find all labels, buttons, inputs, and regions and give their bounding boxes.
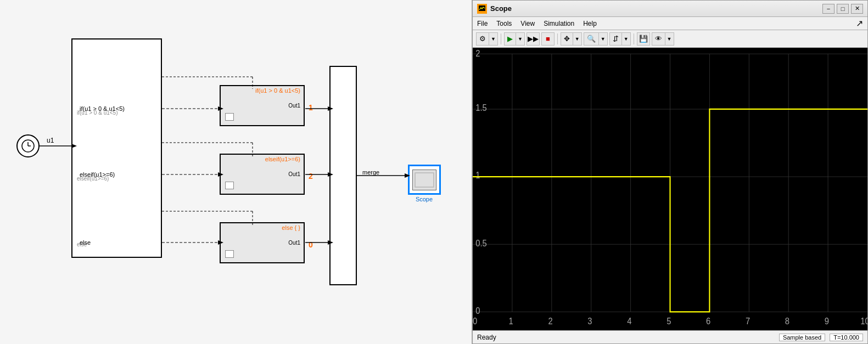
zoom-dropdown[interactable]: 🔍 ▼ <box>584 32 608 46</box>
scope-block[interactable]: Scope <box>406 165 442 203</box>
svg-text:8: 8 <box>785 316 789 325</box>
svg-text:1.5: 1.5 <box>475 103 487 112</box>
step-forward-button[interactable]: ▶▶ <box>527 32 540 46</box>
sub-block-2-out: Out1 <box>221 163 304 178</box>
scope-block-inner <box>408 165 441 195</box>
run-arrow: ▼ <box>516 33 524 45</box>
close-button[interactable]: ✕ <box>851 4 863 14</box>
svg-text:2: 2 <box>475 48 480 58</box>
status-sample-based: Sample based <box>779 334 825 341</box>
clock-block[interactable] <box>16 134 40 157</box>
status-ready: Ready <box>477 334 496 341</box>
svg-text:3: 3 <box>587 316 592 325</box>
inspect-arrow: ▼ <box>665 33 674 45</box>
scope-block-name: Scope <box>416 196 433 202</box>
menu-help[interactable]: Help <box>583 20 597 27</box>
fit-arrow: ▼ <box>622 33 630 45</box>
sub-block-3[interactable]: else { } Out1 <box>220 222 305 263</box>
menu-view[interactable]: View <box>520 20 535 27</box>
run-icon: ▶ <box>505 33 516 45</box>
merge-label: merge <box>362 169 379 176</box>
sub-block-1[interactable]: if(u1 > 0 & u1<5) Out1 <box>220 85 305 126</box>
out-num-1: 1 <box>309 103 313 112</box>
scope-plot-container[interactable]: 0 0.5 1 1.5 2 0 1 2 3 4 5 6 7 8 9 10 <box>473 48 867 330</box>
minimize-button[interactable]: − <box>822 4 835 14</box>
scope-statusbar: Ready Sample based T=10.000 <box>473 330 867 343</box>
svg-text:7: 7 <box>746 316 750 325</box>
sub-block-3-checkbox[interactable] <box>225 250 234 258</box>
scope-title-left: Scope <box>477 4 512 14</box>
if-port-label-1: if(u1 > 0 & u1<5) <box>77 110 118 116</box>
sep2 <box>557 33 558 44</box>
sub-block-2-checkbox[interactable] <box>225 182 234 189</box>
svg-text:1: 1 <box>475 171 480 180</box>
scope-titlebar-controls: − □ ✕ <box>822 4 863 14</box>
stop-button[interactable]: ■ <box>541 32 555 46</box>
cursor-dropdown[interactable]: ✥ ▼ <box>561 32 582 46</box>
settings-arrow: ▼ <box>489 33 497 45</box>
menu-simulation[interactable]: Simulation <box>544 20 574 27</box>
scope-title-icon <box>477 4 487 14</box>
svg-text:5: 5 <box>667 316 671 325</box>
simulink-panel: if(u1 > 0 & u1<5) elseif(u1>=6) else if(… <box>0 0 472 344</box>
inspect-icon: 👁 <box>652 33 665 45</box>
scope-title-text: Scope <box>490 4 512 13</box>
settings-icon: ⚙ <box>477 33 489 45</box>
sub-block-1-title: if(u1 > 0 & u1<5) <box>221 86 304 95</box>
settings-dropdown[interactable]: ⚙ ▼ <box>476 32 498 46</box>
if-port-label-2: elseif(u1>=6) <box>77 176 109 182</box>
scope-plot-svg: 0 0.5 1 1.5 2 0 1 2 3 4 5 6 7 8 9 10 <box>473 48 867 330</box>
svg-text:1: 1 <box>509 316 513 325</box>
out-num-2: 2 <box>309 172 313 181</box>
sub-block-3-out: Out1 <box>221 232 304 247</box>
if-port-label-3: else <box>77 241 87 247</box>
run-dropdown[interactable]: ▶ ▼ <box>504 32 525 46</box>
maximize-button[interactable]: □ <box>837 4 849 14</box>
cursor-icon: ✥ <box>561 33 573 45</box>
scope-titlebar: Scope − □ ✕ <box>473 1 867 17</box>
svg-text:0: 0 <box>475 306 480 315</box>
menu-tools[interactable]: Tools <box>496 20 512 27</box>
cursor-arrow: ▼ <box>573 33 581 45</box>
svg-text:6: 6 <box>706 316 710 325</box>
scope-menubar: File Tools View Simulation Help ↗ <box>473 17 867 30</box>
scope-block-icon <box>412 170 436 190</box>
sub-block-1-out: Out1 <box>221 95 304 110</box>
svg-text:0.5: 0.5 <box>475 238 487 247</box>
fit-icon: ⇵ <box>610 33 622 45</box>
status-time: T=10.000 <box>830 334 863 341</box>
save-button[interactable]: 💾 <box>637 32 650 46</box>
scope-expand-icon[interactable]: ↗ <box>856 18 863 29</box>
svg-text:4: 4 <box>627 316 632 325</box>
sep3 <box>634 33 634 44</box>
menu-file[interactable]: File <box>477 20 488 27</box>
sub-block-2-title: elseif(u1>=6) <box>221 155 304 163</box>
zoom-icon: 🔍 <box>584 33 599 45</box>
scope-toolbar: ⚙ ▼ ▶ ▼ ▶▶ ■ ✥ ▼ 🔍 ▼ ⇵ ▼ 💾 👁 ▼ <box>473 30 867 48</box>
inspect-dropdown[interactable]: 👁 ▼ <box>652 32 674 46</box>
sub-block-3-title: else { } <box>221 223 304 232</box>
out-num-0: 0 <box>309 240 313 249</box>
sep1 <box>501 33 501 44</box>
svg-text:9: 9 <box>825 316 829 325</box>
scope-window: Scope − □ ✕ File Tools View Simulation H… <box>472 0 868 344</box>
merge-block[interactable] <box>329 66 357 285</box>
svg-text:0: 0 <box>473 316 477 325</box>
svg-text:u1: u1 <box>47 137 54 144</box>
if-block-main[interactable]: if(u1 > 0 & u1<5) elseif(u1>=6) else <box>71 38 162 258</box>
sub-block-1-checkbox[interactable] <box>225 113 234 121</box>
svg-text:2: 2 <box>548 316 552 325</box>
zoom-arrow: ▼ <box>599 33 607 45</box>
svg-text:10: 10 <box>860 316 867 325</box>
fit-dropdown[interactable]: ⇵ ▼ <box>609 32 631 46</box>
sub-block-2[interactable]: elseif(u1>=6) Out1 <box>220 154 305 195</box>
svg-rect-4 <box>416 173 433 187</box>
status-right: Sample based T=10.000 <box>779 334 863 341</box>
